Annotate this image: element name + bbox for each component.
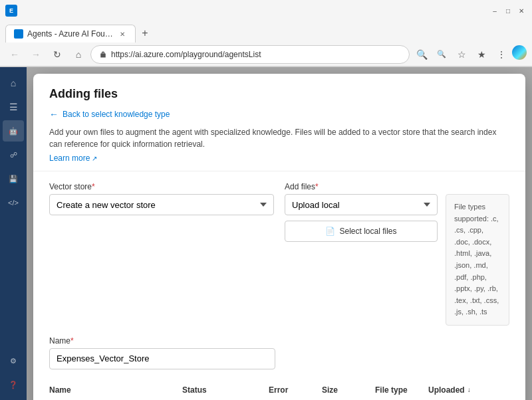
file-icon: 📄 [325, 227, 335, 236]
home-button[interactable]: ⌂ [69, 45, 88, 64]
content-area: Adding files ← Back to select knowledge … [27, 67, 532, 400]
close-button[interactable]: ✕ [516, 5, 527, 16]
modal-overlay: Adding files ← Back to select knowledge … [27, 67, 532, 400]
maximize-button[interactable]: □ [503, 5, 513, 16]
add-files-left: Upload local 📄 Select local files [285, 194, 438, 326]
sidebar-settings-button[interactable]: ⚙ [3, 350, 24, 371]
sidebar-menu-button[interactable]: ☰ [3, 96, 24, 118]
col-header-filetype: File type [375, 385, 428, 395]
col-header-status: Status [182, 385, 269, 395]
sidebar-models-button[interactable]: ☍ [3, 144, 24, 165]
active-tab[interactable]: Agents - Azure AI Foundry ✕ [5, 25, 136, 43]
sidebar-code-button[interactable]: </> [3, 192, 24, 213]
learn-more-label: Learn more [49, 153, 90, 163]
zoom-button[interactable]: 🔍 [432, 45, 451, 64]
description-text: Add your own files to augment the agent … [49, 126, 509, 150]
tab-bar: Agents - Azure AI Foundry ✕ + [0, 21, 532, 43]
address-text: https://ai.azure.com/playground/agentsLi… [111, 50, 401, 59]
external-link-icon: ↗ [92, 155, 97, 162]
vector-store-required: * [92, 182, 95, 191]
edge-profile-icon[interactable] [512, 45, 527, 60]
window-controls: – □ ✕ [489, 5, 527, 16]
add-files-label: Add files* [285, 182, 509, 191]
form-row-1: Vector store* Create a new vector store … [49, 182, 509, 326]
modal-body: Vector store* Create a new vector store … [33, 171, 525, 400]
sort-icon: ↓ [467, 386, 471, 393]
lock-icon [99, 50, 107, 58]
main-area: ⌂ ☰ 🤖 ☍ 💾 </> ⚙ ❓ Adding files ← Back to… [0, 67, 532, 400]
nav-bar: ← → ↻ ⌂ https://ai.azure.com/playground/… [0, 43, 532, 66]
browser-logo: E [5, 5, 17, 17]
more-button[interactable]: ⋮ [492, 45, 511, 64]
select-files-button[interactable]: 📄 Select local files [285, 221, 438, 242]
address-bar[interactable]: https://ai.azure.com/playground/agentsLi… [90, 45, 410, 64]
add-files-select[interactable]: Upload local [285, 194, 438, 215]
name-input[interactable] [49, 348, 275, 369]
nav-actions: 🔍 🔍 ☆ ★ ⋮ [412, 45, 527, 64]
col-header-error: Error [269, 385, 322, 395]
minimize-button[interactable]: – [489, 5, 500, 16]
form-row-2: Name* [49, 336, 509, 369]
select-files-label: Select local files [339, 227, 396, 236]
col-header-size: Size [322, 385, 375, 395]
sidebar-data-button[interactable]: 💾 [3, 168, 24, 189]
add-favorites-button[interactable]: ★ [472, 45, 491, 64]
vector-store-label: Vector store* [49, 182, 274, 191]
tab-close-button[interactable]: ✕ [118, 29, 127, 39]
forward-button[interactable]: → [27, 45, 45, 64]
back-button[interactable]: ← [5, 45, 24, 64]
favorites-button[interactable]: ☆ [452, 45, 471, 64]
refresh-button[interactable]: ↻ [48, 45, 66, 64]
files-table: Name Status Error Size File type Uploade… [49, 380, 509, 400]
sidebar-home-button[interactable]: ⌂ [3, 72, 24, 94]
name-label: Name* [49, 336, 275, 346]
tab-label: Agents - Azure AI Foundry [27, 29, 114, 39]
tab-favicon [14, 29, 23, 39]
add-files-inner: Upload local 📄 Select local files File t… [285, 194, 509, 326]
sidebar-agents-button[interactable]: 🤖 [3, 120, 24, 142]
search-button[interactable]: 🔍 [412, 45, 431, 64]
sidebar-help-button[interactable]: ❓ [3, 374, 24, 395]
name-group: Name* [49, 336, 275, 369]
modal-title: Adding files [49, 87, 509, 101]
back-link-label: Back to select knowledge type [63, 110, 170, 119]
modal-header: Adding files ← Back to select knowledge … [33, 74, 525, 171]
col-header-uploaded[interactable]: Uploaded ↓ [428, 385, 509, 395]
learn-more-link[interactable]: Learn more ↗ [49, 153, 97, 163]
vector-store-select[interactable]: Create a new vector store [49, 194, 274, 215]
table-header: Name Status Error Size File type Uploade… [49, 380, 509, 400]
sidebar: ⌂ ☰ 🤖 ☍ 💾 </> ⚙ ❓ [0, 67, 27, 400]
new-tab-button[interactable]: + [136, 24, 154, 43]
add-files-required: * [315, 182, 319, 191]
title-bar-left: E [5, 5, 17, 17]
file-types-info: File types supported: .c, .cs, .cpp, .do… [446, 194, 509, 326]
name-required: * [70, 336, 74, 346]
back-link[interactable]: ← Back to select knowledge type [49, 109, 509, 120]
title-bar: E – □ ✕ [0, 0, 532, 21]
vector-store-group: Vector store* Create a new vector store [49, 182, 274, 215]
col-header-name: Name [49, 385, 182, 395]
back-arrow-icon: ← [49, 109, 59, 120]
add-files-group: Add files* Upload local 📄 Select lo [285, 182, 509, 326]
adding-files-modal: Adding files ← Back to select knowledge … [33, 74, 525, 400]
